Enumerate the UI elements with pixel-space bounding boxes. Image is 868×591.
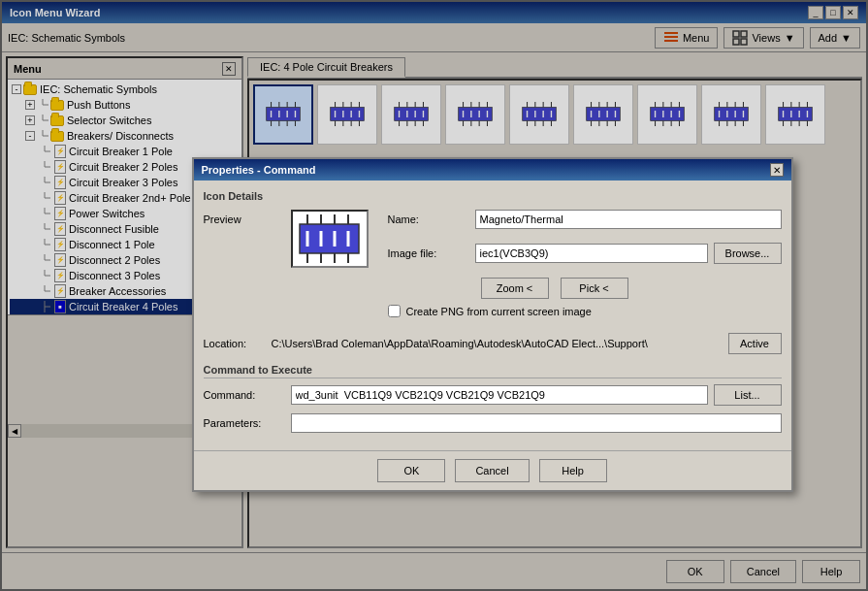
modal-content: Icon Details Preview xyxy=(194,181,791,450)
preview-box xyxy=(291,210,369,268)
modal-ok-button[interactable]: OK xyxy=(377,459,445,482)
command-input[interactable] xyxy=(291,385,708,405)
image-file-input[interactable] xyxy=(475,244,708,263)
active-button[interactable]: Active xyxy=(728,333,782,354)
command-label: Command: xyxy=(204,389,291,401)
parameters-row: Parameters: xyxy=(204,413,782,433)
left-form: Preview xyxy=(204,210,378,325)
command-section: Command to Execute xyxy=(204,364,782,378)
icon-details-section: Icon Details xyxy=(204,190,782,202)
pick-button[interactable]: Pick < xyxy=(561,278,628,299)
create-png-label: Create PNG from current screen image xyxy=(406,306,592,317)
create-png-row: Create PNG from current screen image xyxy=(388,305,782,317)
modal-title-bar: Properties - Command ✕ xyxy=(194,159,791,181)
preview-symbol xyxy=(298,214,361,263)
command-row: Command: List... xyxy=(204,384,782,406)
modal-close-button[interactable]: ✕ xyxy=(770,163,784,177)
modal-title: Properties - Command xyxy=(202,164,316,176)
modal-bottom: OK Cancel Help xyxy=(194,450,791,490)
modal-help-button[interactable]: Help xyxy=(539,459,607,482)
properties-dialog: Properties - Command ✕ Icon Details Prev… xyxy=(192,157,793,492)
preview-name-area: Preview xyxy=(204,210,782,325)
image-file-row: Image file: Browse... xyxy=(388,243,782,264)
zoom-pick-row: Zoom < Pick < xyxy=(475,278,782,299)
name-input[interactable] xyxy=(475,210,782,229)
location-value: C:\Users\Brad Coleman\AppData\Roaming\Au… xyxy=(272,338,723,349)
name-label: Name: xyxy=(388,213,475,225)
name-row: Name: xyxy=(388,210,782,229)
image-file-label: Image file: xyxy=(388,247,475,259)
modal-cancel-button[interactable]: Cancel xyxy=(455,459,529,482)
parameters-label: Parameters: xyxy=(204,417,291,429)
browse-button[interactable]: Browse... xyxy=(714,243,782,264)
list-button[interactable]: List... xyxy=(714,384,782,406)
zoom-button[interactable]: Zoom < xyxy=(481,278,549,299)
preview-label: Preview xyxy=(204,210,291,225)
name-image-fields: Name: Image file: Browse... Zoom < P xyxy=(388,210,782,325)
location-label: Location: xyxy=(204,338,272,349)
location-row: Location: C:\Users\Brad Coleman\AppData\… xyxy=(204,333,782,354)
parameters-input[interactable] xyxy=(291,413,782,433)
modal-overlay: Properties - Command ✕ Icon Details Prev… xyxy=(0,0,868,591)
preview-area: Preview xyxy=(204,210,378,268)
create-png-checkbox[interactable] xyxy=(388,305,401,317)
